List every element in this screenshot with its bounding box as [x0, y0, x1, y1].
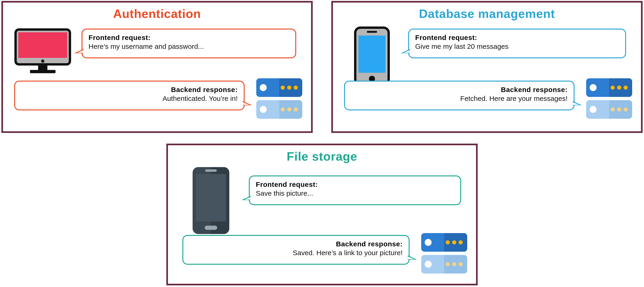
text-auth-request-body: Here’s my username and password...: [88, 42, 289, 50]
svg-point-16: [281, 107, 285, 112]
label-backend-response: Backend response:: [351, 86, 568, 94]
text-db-response-body: Fetched. Here are your messages!: [351, 94, 568, 102]
label-frontend-request: Frontend request:: [88, 34, 289, 42]
label-backend-response: Backend response:: [189, 240, 402, 248]
svg-rect-20: [358, 36, 386, 73]
monitor-icon: [14, 28, 72, 78]
bubble-file-request: Frontend request: Save this picture...: [249, 176, 461, 205]
svg-rect-42: [205, 226, 217, 230]
text-file-response-body: Saved. Here’s a link to your picture!: [189, 249, 402, 257]
svg-rect-40: [196, 174, 226, 222]
svg-point-56: [458, 262, 463, 266]
svg-point-49: [458, 240, 463, 244]
server-icon: [585, 77, 634, 124]
svg-rect-1: [18, 32, 67, 58]
svg-point-9: [281, 86, 285, 90]
bubble-db-request: Frontend request: Give me my last 20 mes…: [408, 28, 626, 58]
svg-point-34: [610, 107, 615, 112]
bubble-file-response: Backend response: Saved. Here’s a link t…: [182, 235, 410, 265]
server-icon: [420, 232, 468, 279]
svg-point-55: [452, 262, 456, 266]
svg-point-48: [452, 240, 456, 244]
svg-point-17: [287, 107, 291, 112]
panel-authentication: Authentication Frontend request: Here’s …: [2, 1, 313, 133]
svg-point-46: [425, 239, 432, 246]
svg-rect-22: [367, 31, 377, 33]
bubble-auth-request: Frontend request: Here’s my username and…: [82, 28, 296, 58]
svg-point-36: [624, 107, 628, 112]
phone-icon: [191, 166, 231, 236]
svg-point-33: [590, 106, 596, 113]
panel-title-authentication: Authentication: [3, 7, 311, 21]
panel-filestorage: File storage Frontend request: Save this…: [166, 144, 478, 285]
svg-point-10: [287, 86, 291, 90]
svg-point-2: [41, 60, 44, 63]
svg-point-47: [446, 240, 450, 244]
svg-point-29: [624, 86, 628, 90]
bubble-auth-response: Backend response: Authenticated. You’re …: [14, 81, 245, 110]
svg-point-35: [617, 107, 621, 112]
phone-icon: [353, 26, 390, 87]
svg-point-18: [294, 107, 298, 112]
svg-point-11: [294, 86, 298, 90]
svg-rect-41: [205, 170, 217, 172]
text-auth-response-body: Authenticated. You’re in!: [21, 94, 238, 102]
svg-point-54: [446, 262, 450, 266]
svg-point-26: [590, 84, 596, 91]
svg-point-28: [617, 86, 621, 90]
svg-rect-4: [30, 70, 56, 73]
server-icon: [255, 77, 304, 124]
svg-point-8: [260, 84, 267, 91]
bubble-db-response: Backend response: Fetched. Here are your…: [344, 81, 574, 110]
panel-title-database: Database management: [333, 7, 641, 21]
label-backend-response: Backend response:: [21, 86, 238, 94]
panel-title-filestorage: File storage: [168, 150, 476, 163]
text-db-request-body: Give me my last 20 messages: [415, 42, 619, 50]
svg-point-15: [260, 106, 267, 113]
svg-point-53: [425, 261, 432, 268]
svg-rect-3: [38, 65, 48, 70]
text-file-request-body: Save this picture...: [256, 190, 454, 197]
label-frontend-request: Frontend request:: [415, 34, 619, 42]
label-frontend-request: Frontend request:: [256, 180, 454, 188]
svg-point-27: [610, 86, 615, 90]
panel-database: Database management Frontend request: Gi…: [331, 1, 642, 133]
